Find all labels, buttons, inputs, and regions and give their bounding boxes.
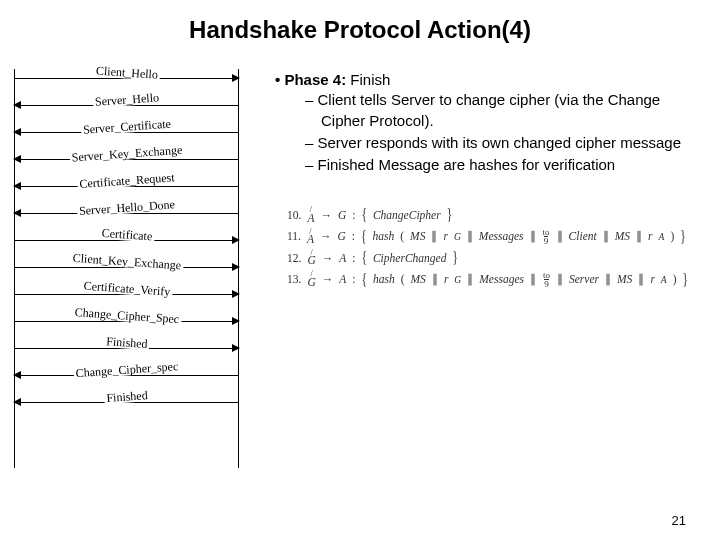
message-row: Server_Hello_Done (14, 199, 239, 226)
equation-line: 11./A → G : {hash(MS ∥ rG ∥ Messages ∥ t… (287, 228, 704, 245)
message-row: Server_Key_Exchange (14, 145, 239, 172)
bullet-phase4-bold: Phase 4: (284, 71, 346, 88)
sequence-diagram: Client_HelloServer_HelloServer_Certifica… (14, 64, 239, 540)
message-row: Change_Cipher_spec (14, 361, 239, 388)
slide-title: Handshake Protocol Action(4) (0, 0, 720, 44)
message-row: Finished (14, 388, 239, 415)
message-row: Server_Hello (14, 91, 239, 118)
equation-line: 13./G → A : {hash(MS ∥ rG ∥ Messages ∥ t… (287, 271, 704, 288)
message-label: Certificate_Verify (81, 279, 172, 297)
bullet-phase4: Phase 4: Finish Client tells Server to c… (289, 70, 704, 175)
message-label: Server_Certificate (80, 117, 173, 135)
message-label: Server_Hello (92, 91, 161, 108)
message-label: Change_Cipher_Spec (72, 305, 181, 325)
message-row: Client_Hello (14, 64, 239, 91)
content-area: Client_HelloServer_HelloServer_Certifica… (0, 64, 720, 540)
message-label: Finished (103, 335, 149, 350)
sub-bullet: Server responds with its own changed cip… (311, 133, 704, 153)
slide-number: 21 (672, 513, 686, 528)
message-label: Client_Hello (93, 64, 160, 81)
message-label: Server_Hello_Done (76, 198, 177, 217)
sub-bullet: Client tells Server to change cipher (vi… (311, 90, 704, 131)
right-column: Phase 4: Finish Client tells Server to c… (239, 64, 720, 540)
message-row: Certificate (14, 226, 239, 253)
message-label: Client_Key_Exchange (70, 251, 183, 271)
message-row: Client_Key_Exchange (14, 253, 239, 280)
equation-line: 10./A → G : {ChangeCipher} (287, 207, 704, 223)
sub-bullet: Finished Message are hashes for verifica… (311, 155, 704, 175)
message-label: Certificate_Request (77, 171, 177, 190)
message-row: Finished (14, 334, 239, 361)
message-row: Server_Certificate (14, 118, 239, 145)
message-label: Certificate (99, 226, 154, 242)
bullet-phase4-rest: Finish (346, 71, 390, 88)
message-row: Certificate_Request (14, 172, 239, 199)
equation-block: 10./A → G : {ChangeCipher}11./A → G : {h… (267, 207, 704, 288)
message-label: Server_Key_Exchange (69, 143, 184, 163)
message-label: Finished (103, 389, 149, 404)
message-label: Change_Cipher_spec (73, 359, 180, 378)
equation-line: 12./G → A : {CipherChanged} (287, 250, 704, 266)
message-row: Change_Cipher_Spec (14, 307, 239, 334)
bullet-list: Phase 4: Finish Client tells Server to c… (267, 70, 704, 175)
message-row: Certificate_Verify (14, 280, 239, 307)
